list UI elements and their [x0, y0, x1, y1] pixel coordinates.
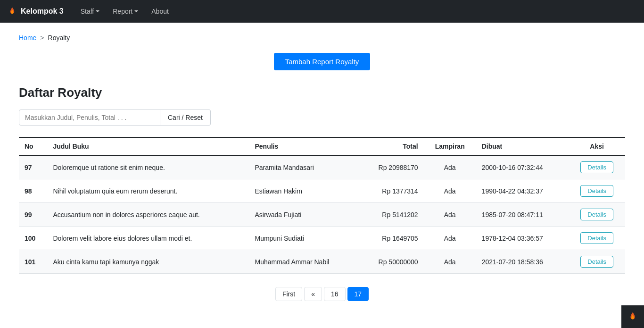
- cell-lampiran: Ada: [424, 203, 476, 227]
- search-button[interactable]: Cari / Reset: [160, 109, 211, 126]
- royalty-table: No Judul Buku Penulis Total Lampiran Dib…: [19, 137, 625, 274]
- page-title: Daftar Royalty: [19, 85, 625, 100]
- col-aksi: Aksi: [569, 137, 625, 155]
- pagination-page-16[interactable]: 16: [324, 287, 346, 301]
- corner-flame: [621, 305, 644, 312]
- cell-lampiran: Ada: [424, 227, 476, 250]
- main-content: Home > Royalty Tambah Report Royalty Daf…: [0, 23, 644, 312]
- cell-penulis: Estiawan Hakim: [249, 179, 358, 203]
- cell-dibuat: 1990-04-22 04:32:37: [476, 179, 569, 203]
- cell-total: Rp 1649705: [359, 227, 424, 250]
- breadcrumb-current: Royalty: [48, 34, 70, 42]
- nav-item-about[interactable]: About: [146, 5, 174, 18]
- col-penulis: Penulis: [249, 137, 358, 155]
- cell-total: Rp 20988170: [359, 155, 424, 179]
- table-row: 101 Aku cinta kamu tapi kamunya nggak Mu…: [19, 250, 625, 274]
- cell-total: Rp 5141202: [359, 203, 424, 227]
- table-row: 100 Dolorem velit labore eius dolores ul…: [19, 227, 625, 250]
- cell-no: 98: [19, 179, 47, 203]
- cell-judul: Doloremque ut ratione sit enim neque.: [47, 155, 249, 179]
- cell-no: 97: [19, 155, 47, 179]
- col-total: Total: [359, 137, 424, 155]
- details-button[interactable]: Details: [580, 209, 613, 220]
- cell-lampiran: Ada: [424, 250, 476, 274]
- breadcrumb: Home > Royalty: [19, 34, 625, 42]
- cell-judul: Aku cinta kamu tapi kamunya nggak: [47, 250, 249, 274]
- pagination: First « 16 17: [19, 287, 625, 301]
- details-button[interactable]: Details: [580, 256, 613, 268]
- search-bar: Cari / Reset: [19, 109, 625, 126]
- breadcrumb-home[interactable]: Home: [19, 34, 36, 42]
- royalty-table-wrapper: No Judul Buku Penulis Total Lampiran Dib…: [19, 137, 625, 274]
- cell-judul: Nihil voluptatum quia eum rerum deserunt…: [47, 179, 249, 203]
- staff-caret-icon: [96, 10, 99, 12]
- report-caret-icon: [134, 10, 138, 12]
- cell-no: 100: [19, 227, 47, 250]
- pagination-page-17[interactable]: 17: [347, 287, 369, 301]
- flame-icon: [8, 7, 17, 16]
- navbar: Kelompok 3 Staff Report About: [0, 0, 644, 23]
- table-body: 97 Doloremque ut ratione sit enim neque.…: [19, 155, 625, 274]
- add-royalty-button[interactable]: Tambah Report Royalty: [274, 53, 371, 70]
- nav-links: Staff Report About: [75, 5, 174, 18]
- cell-dibuat: 2000-10-16 07:32:44: [476, 155, 569, 179]
- cell-penulis: Mumpuni Sudiati: [249, 227, 358, 250]
- breadcrumb-separator: >: [40, 34, 44, 42]
- cell-dibuat: 1978-12-04 03:36:57: [476, 227, 569, 250]
- cell-dibuat: 1985-07-20 08:47:11: [476, 203, 569, 227]
- search-input[interactable]: [19, 109, 160, 126]
- details-button[interactable]: Details: [580, 232, 613, 244]
- cell-judul: Accusantium non in dolores asperiores ea…: [47, 203, 249, 227]
- cell-lampiran: Ada: [424, 155, 476, 179]
- col-lampiran: Lampiran: [424, 137, 476, 155]
- cell-no: 101: [19, 250, 47, 274]
- table-header-row: No Judul Buku Penulis Total Lampiran Dib…: [19, 137, 625, 155]
- pagination-first[interactable]: First: [275, 287, 302, 301]
- nav-item-report[interactable]: Report: [107, 5, 144, 18]
- col-no: No: [19, 137, 47, 155]
- cell-aksi: Details: [569, 155, 625, 179]
- nav-item-staff[interactable]: Staff: [75, 5, 106, 18]
- cell-penulis: Muhammad Ammar Nabil: [249, 250, 358, 274]
- brand-label: Kelompok 3: [21, 7, 64, 16]
- col-dibuat: Dibuat: [476, 137, 569, 155]
- cell-aksi: Details: [569, 203, 625, 227]
- table-row: 99 Accusantium non in dolores asperiores…: [19, 203, 625, 227]
- cell-aksi: Details: [569, 179, 625, 203]
- cell-dibuat: 2021-07-20 18:58:36: [476, 250, 569, 274]
- navbar-brand[interactable]: Kelompok 3: [8, 7, 64, 16]
- cell-aksi: Details: [569, 250, 625, 274]
- cell-lampiran: Ada: [424, 179, 476, 203]
- cell-aksi: Details: [569, 227, 625, 250]
- cell-total: Rp 50000000: [359, 250, 424, 274]
- cell-total: Rp 1377314: [359, 179, 424, 203]
- cell-no: 99: [19, 203, 47, 227]
- col-judul: Judul Buku: [47, 137, 249, 155]
- cell-judul: Dolorem velit labore eius dolores ullam …: [47, 227, 249, 250]
- pagination-prev[interactable]: «: [304, 287, 322, 301]
- details-button[interactable]: Details: [580, 185, 613, 197]
- cell-penulis: Paramita Mandasari: [249, 155, 358, 179]
- table-row: 98 Nihil voluptatum quia eum rerum deser…: [19, 179, 625, 203]
- details-button[interactable]: Details: [580, 161, 613, 173]
- table-row: 97 Doloremque ut ratione sit enim neque.…: [19, 155, 625, 179]
- cell-penulis: Asirwada Fujiati: [249, 203, 358, 227]
- corner-flame-icon: [627, 311, 638, 312]
